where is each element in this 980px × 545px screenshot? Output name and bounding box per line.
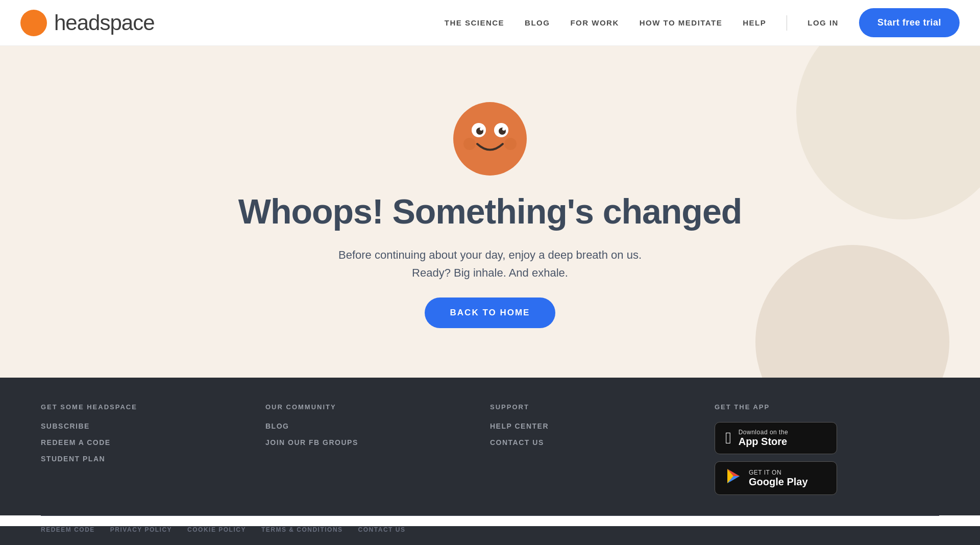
nav-login[interactable]: LOG IN (807, 18, 839, 27)
app-store-text: Download on the App Store (739, 429, 789, 448)
footer-col-app: GET THE APP  Download on the App Store (715, 403, 939, 495)
main-nav: THE SCIENCE BLOG FOR WORK HOW TO MEDITAT… (445, 8, 960, 37)
error-subtitle: Before continuing about your day, enjoy … (338, 246, 642, 282)
footer-link-fb-groups[interactable]: JOIN OUR FB GROUPS (265, 438, 490, 447)
apple-icon:  (725, 429, 731, 448)
footer-col-headspace: GET SOME HEADSPACE SUBSCRIBE REDEEM A CO… (41, 403, 265, 495)
svg-point-0 (453, 102, 527, 176)
svg-point-8 (504, 138, 517, 150)
nav-blog[interactable]: BLOG (525, 18, 550, 27)
footer-bottom-contact[interactable]: CONTACT US (358, 526, 406, 533)
logo-link[interactable]: headspace (20, 10, 155, 36)
hero-section: Whoops! Something's changed Before conti… (0, 46, 980, 378)
footer-bottom-redeem[interactable]: REDEEM CODE (41, 526, 95, 533)
hero-content: Whoops! Something's changed Before conti… (238, 95, 742, 328)
footer-col-community: OUR COMMUNITY BLOG JOIN OUR FB GROUPS (265, 403, 490, 495)
footer-columns: GET SOME HEADSPACE SUBSCRIBE REDEEM A CO… (0, 378, 980, 515)
nav-help[interactable]: HELP (743, 18, 766, 27)
footer-divider (41, 515, 939, 516)
google-play-icon (725, 468, 742, 488)
footer-col3-heading: SUPPORT (490, 403, 715, 411)
google-play-small-text: GET IT ON (749, 469, 808, 476)
svg-point-5 (480, 128, 483, 131)
svg-point-6 (502, 128, 505, 131)
footer-link-help-center[interactable]: HELP CENTER (490, 422, 715, 430)
footer-link-redeem[interactable]: REDEEM A CODE (41, 438, 265, 447)
nav-divider (787, 15, 787, 31)
decorative-blob-top (796, 46, 980, 219)
app-store-small-text: Download on the (739, 429, 789, 436)
error-title: Whoops! Something's changed (238, 192, 742, 231)
google-play-text: GET IT ON Google Play (749, 469, 808, 488)
footer-bottom-terms[interactable]: TERMS & CONDITIONS (261, 526, 343, 533)
footer-link-contact-us[interactable]: CONTACT US (490, 438, 715, 447)
footer-col-support: SUPPORT HELP CENTER CONTACT US (490, 403, 715, 495)
footer-link-student[interactable]: STUDENT PLAN (41, 455, 265, 463)
subtitle-line1: Before continuing about your day, enjoy … (338, 249, 642, 261)
footer-col1-heading: GET SOME HEADSPACE (41, 403, 265, 411)
footer-link-subscribe[interactable]: SUBSCRIBE (41, 422, 265, 430)
nav-for-work[interactable]: FOR WORK (570, 18, 619, 27)
mascot-illustration (449, 95, 531, 177)
app-store-big-text: App Store (739, 436, 789, 448)
google-play-button[interactable]: GET IT ON Google Play (715, 461, 837, 495)
logo-text: headspace (54, 11, 155, 35)
start-trial-button[interactable]: Start free trial (859, 8, 960, 37)
header: headspace THE SCIENCE BLOG FOR WORK HOW … (0, 0, 980, 46)
svg-point-7 (463, 138, 476, 150)
footer-col4-heading: GET THE APP (715, 403, 939, 411)
footer-bottom-privacy[interactable]: PRIVACY POLICY (110, 526, 172, 533)
app-store-button[interactable]:  Download on the App Store (715, 422, 837, 454)
nav-how-to-meditate[interactable]: HOW TO MEDITATE (640, 18, 723, 27)
google-play-big-text: Google Play (749, 476, 808, 488)
footer-bottom: REDEEM CODE PRIVACY POLICY COOKIE POLICY… (0, 526, 980, 545)
footer-link-blog[interactable]: BLOG (265, 422, 490, 430)
nav-science[interactable]: THE SCIENCE (445, 18, 504, 27)
back-to-home-button[interactable]: BACK TO HOME (425, 298, 556, 328)
footer-col2-heading: OUR COMMUNITY (265, 403, 490, 411)
subtitle-line2: Ready? Big inhale. And exhale. (412, 266, 568, 279)
footer: GET SOME HEADSPACE SUBSCRIBE REDEEM A CO… (0, 378, 980, 545)
footer-bottom-cookie[interactable]: COOKIE POLICY (187, 526, 246, 533)
logo-icon (20, 10, 47, 36)
footer-bottom-links: REDEEM CODE PRIVACY POLICY COOKIE POLICY… (41, 526, 405, 533)
decorative-blob-bottom (755, 245, 949, 378)
